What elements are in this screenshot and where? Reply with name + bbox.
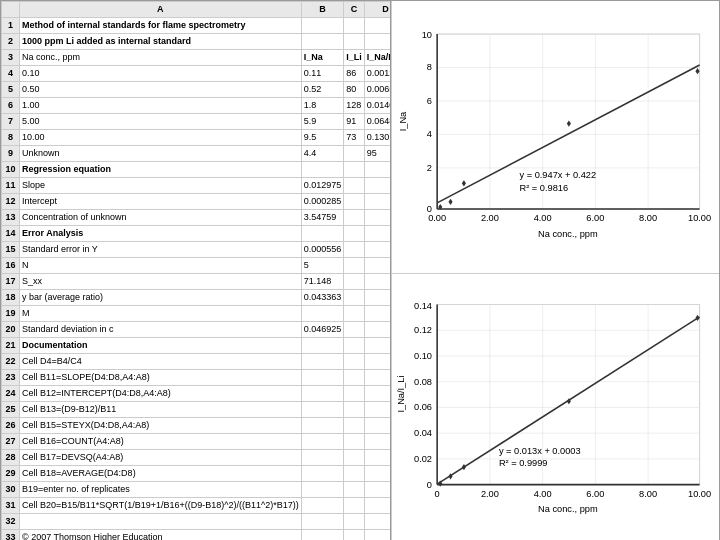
row-num: 19 bbox=[2, 306, 20, 322]
row-num: 30 bbox=[2, 482, 20, 498]
cell-a: 1000 ppm Li added as internal standard bbox=[20, 34, 302, 50]
col-header-c: C bbox=[344, 2, 365, 18]
svg-text:0.02: 0.02 bbox=[414, 454, 432, 464]
cell-d bbox=[364, 482, 391, 498]
cell-b bbox=[301, 306, 344, 322]
cell-a: Intercept bbox=[20, 194, 302, 210]
cell-c bbox=[344, 146, 365, 162]
cell-b bbox=[301, 482, 344, 498]
cell-a: M bbox=[20, 306, 302, 322]
svg-text:0: 0 bbox=[435, 489, 440, 499]
cell-d bbox=[364, 322, 391, 338]
row-num: 3 bbox=[2, 50, 20, 66]
svg-text:R² = 0.9816: R² = 0.9816 bbox=[519, 183, 568, 193]
svg-text:0.12: 0.12 bbox=[414, 325, 432, 335]
cell-b bbox=[301, 434, 344, 450]
row-num: 14 bbox=[2, 226, 20, 242]
row-num: 2 bbox=[2, 34, 20, 50]
row-num: 24 bbox=[2, 386, 20, 402]
svg-text:8: 8 bbox=[427, 62, 432, 72]
cell-a: Cell B11=SLOPE(D4:D8,A4:A8) bbox=[20, 370, 302, 386]
cell-d: 0.0065 bbox=[364, 82, 391, 98]
cell-a: Documentation bbox=[20, 338, 302, 354]
cell-b bbox=[301, 18, 344, 34]
cell-c bbox=[344, 242, 365, 258]
cell-a: Cell B17=DEVSQ(A4:A8) bbox=[20, 450, 302, 466]
cell-c bbox=[344, 450, 365, 466]
svg-text:6: 6 bbox=[427, 96, 432, 106]
col-header-a: A bbox=[20, 2, 302, 18]
row-num: 31 bbox=[2, 498, 20, 514]
cell-a: Cell B16=COUNT(A4:A8) bbox=[20, 434, 302, 450]
svg-text:10.00: 10.00 bbox=[688, 489, 711, 499]
cell-c bbox=[344, 306, 365, 322]
cell-a: Cell D4=B4/C4 bbox=[20, 354, 302, 370]
cell-c: 80 bbox=[344, 82, 365, 98]
cell-b: 3.54759 bbox=[301, 210, 344, 226]
cell-a: Concentration of unknown bbox=[20, 210, 302, 226]
row-num: 10 bbox=[2, 162, 20, 178]
cell-c bbox=[344, 338, 365, 354]
cell-c: 73 bbox=[344, 130, 365, 146]
cell-b: 9.5 bbox=[301, 130, 344, 146]
cell-d bbox=[364, 418, 391, 434]
row-num: 20 bbox=[2, 322, 20, 338]
cell-b bbox=[301, 466, 344, 482]
cell-d bbox=[364, 290, 391, 306]
cell-c: 128 bbox=[344, 98, 365, 114]
cell-b bbox=[301, 514, 344, 530]
cell-d bbox=[364, 194, 391, 210]
cell-c bbox=[344, 322, 365, 338]
cell-d bbox=[364, 434, 391, 450]
cell-d: I_Na/I_Li bbox=[364, 50, 391, 66]
cell-a: Cell B15=STEYX(D4:D8,A4:A8) bbox=[20, 418, 302, 434]
cell-b: 0.012975 bbox=[301, 178, 344, 194]
svg-text:Na conc., ppm: Na conc., ppm bbox=[538, 229, 598, 239]
cell-c bbox=[344, 226, 365, 242]
cell-d: 95 bbox=[364, 146, 391, 162]
cell-b bbox=[301, 450, 344, 466]
cell-b: 1.8 bbox=[301, 98, 344, 114]
cell-a: S_xx bbox=[20, 274, 302, 290]
svg-text:6.00: 6.00 bbox=[586, 213, 604, 223]
cell-b bbox=[301, 354, 344, 370]
content-area: A B C D E 1Method of internal standards … bbox=[0, 0, 720, 540]
svg-text:4.00: 4.00 bbox=[534, 213, 552, 223]
cell-c: I_Li bbox=[344, 50, 365, 66]
cell-a: Cell B12=INTERCEPT(D4:D8,A4:A8) bbox=[20, 386, 302, 402]
cell-d bbox=[364, 402, 391, 418]
cell-a: 0.50 bbox=[20, 82, 302, 98]
spreadsheet: A B C D E 1Method of internal standards … bbox=[1, 1, 391, 540]
svg-text:0.00: 0.00 bbox=[428, 213, 446, 223]
cell-a: 10.00 bbox=[20, 130, 302, 146]
col-header-b: B bbox=[301, 2, 344, 18]
cell-c bbox=[344, 498, 365, 514]
cell-c bbox=[344, 434, 365, 450]
cell-a: Standard deviation in c bbox=[20, 322, 302, 338]
cell-c bbox=[344, 354, 365, 370]
row-num: 29 bbox=[2, 466, 20, 482]
cell-b: 0.046925 bbox=[301, 322, 344, 338]
cell-a: B19=enter no. of replicates bbox=[20, 482, 302, 498]
svg-text:Na conc., ppm: Na conc., ppm bbox=[538, 504, 598, 514]
cell-a: Regression equation bbox=[20, 162, 302, 178]
svg-text:R² = 0.9999: R² = 0.9999 bbox=[499, 458, 548, 468]
row-num: 15 bbox=[2, 242, 20, 258]
cell-a: 5.00 bbox=[20, 114, 302, 130]
svg-text:6.00: 6.00 bbox=[586, 489, 604, 499]
cell-b bbox=[301, 386, 344, 402]
cell-a: 1.00 bbox=[20, 98, 302, 114]
cell-c bbox=[344, 258, 365, 274]
cell-c bbox=[344, 18, 365, 34]
row-num: 6 bbox=[2, 98, 20, 114]
main-container: A B C D E 1Method of internal standards … bbox=[0, 0, 720, 540]
chart-top: 0 2 4 6 8 10 I_Na 0.00 2.00 4.00 6.00 8.… bbox=[392, 1, 719, 274]
cell-d bbox=[364, 370, 391, 386]
cell-d bbox=[364, 210, 391, 226]
cell-a: Standard error in Y bbox=[20, 242, 302, 258]
chart-bottom-svg: 0 0.02 0.04 0.06 0.08 0.10 0.12 0.14 I_N… bbox=[396, 278, 715, 540]
svg-text:8.00: 8.00 bbox=[639, 489, 657, 499]
cell-a: Cell B20=B15/B11*SQRT(1/B19+1/B16+((D9-B… bbox=[20, 498, 302, 514]
cell-c bbox=[344, 402, 365, 418]
cell-d bbox=[364, 226, 391, 242]
